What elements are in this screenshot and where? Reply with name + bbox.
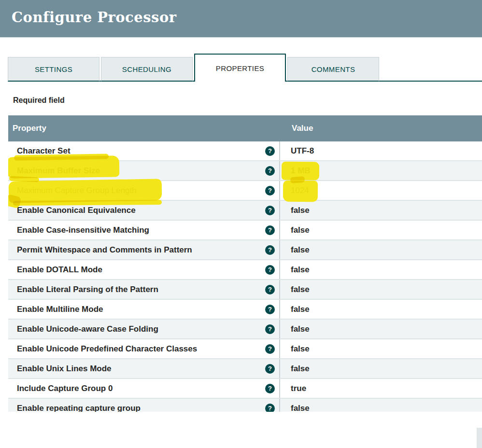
tab-label: PROPERTIES [216,64,264,72]
property-cell: Maximum Capture Group Length ? [8,181,280,200]
property-name: Enable Canonical Equivalence [17,206,265,215]
column-header-value: Value [280,124,313,133]
column-header-property: Property [8,124,280,133]
property-name: Enable Unix Lines Mode [17,364,265,374]
property-cell: Permit Whitespace and Comments in Patter… [8,240,280,259]
property-value[interactable]: 1 MB [280,161,482,180]
property-value[interactable]: false [280,339,482,358]
tab-label: COMMENTS [312,65,355,73]
property-value[interactable]: false [280,201,482,220]
tab-properties[interactable]: PROPERTIES [194,54,286,82]
help-icon[interactable]: ? [265,285,275,294]
property-cell: Character Set ? [8,141,280,160]
table-row[interactable]: Maximum Capture Group Length ? 1024 [8,181,482,201]
help-icon[interactable]: ? [265,265,275,275]
help-icon[interactable]: ? [265,206,275,215]
property-cell: Enable Unicode-aware Case Folding ? [8,320,280,338]
property-name: Include Capture Group 0 [17,384,265,393]
help-icon[interactable]: ? [265,245,275,255]
property-cell: Enable Unicode Predefined Character Clas… [8,339,280,358]
property-name: Maximum Buffer Size [17,166,265,176]
required-field-label: Required field [13,96,65,105]
table-row[interactable]: Enable Case-insensitive Matching ? false [8,221,482,240]
property-cell: Enable Multiline Mode ? [8,300,280,319]
property-name: Enable repeating capture group [17,404,265,412]
property-cell: Maximum Buffer Size ? [8,161,280,180]
help-icon[interactable]: ? [265,305,275,314]
tab-scheduling[interactable]: SCHEDULING [101,57,193,82]
help-icon[interactable]: ? [265,324,275,334]
help-icon[interactable]: ? [265,404,275,412]
property-cell: Enable Literal Parsing of the Pattern ? [8,280,280,299]
property-value[interactable]: false [280,260,482,279]
table-row[interactable]: Character Set ? UTF-8 [8,141,482,161]
tab-bar: SETTINGS SCHEDULING PROPERTIES COMMENTS [8,54,482,82]
tab-comments[interactable]: COMMENTS [287,57,379,82]
properties-table: Property Value Character Set ? UTF-8 Max… [8,115,482,412]
table-header: Property Value [8,115,482,141]
property-cell: Enable Canonical Equivalence ? [8,201,280,220]
help-icon[interactable]: ? [265,186,275,196]
property-name: Enable DOTALL Mode [17,265,265,275]
help-icon[interactable]: ? [265,166,275,176]
property-name: Enable Unicode-aware Case Folding [17,324,265,334]
property-name: Character Set [17,146,265,156]
tab-label: SCHEDULING [122,65,171,73]
property-cell: Enable repeating capture group ? [8,399,280,412]
property-value[interactable]: UTF-8 [280,141,482,160]
tab-settings[interactable]: SETTINGS [8,57,99,82]
scrollbar-thumb[interactable] [477,428,482,448]
property-value[interactable]: false [280,399,482,412]
property-value[interactable]: false [280,221,482,239]
property-value[interactable]: 1024 [280,181,482,200]
table-row[interactable]: Enable Unicode-aware Case Folding ? fals… [8,320,482,339]
help-icon[interactable]: ? [265,225,275,235]
help-icon[interactable]: ? [265,344,275,354]
table-row[interactable]: Enable Multiline Mode ? false [8,300,482,320]
property-value[interactable]: false [280,280,482,299]
tab-label: SETTINGS [35,65,72,73]
table-row[interactable]: Enable DOTALL Mode ? false [8,260,482,280]
table-row[interactable]: Enable Unicode Predefined Character Clas… [8,339,482,359]
property-value[interactable]: false [280,359,482,378]
table-body: Character Set ? UTF-8 Maximum Buffer Siz… [8,141,482,412]
property-value[interactable]: false [280,300,482,319]
table-row[interactable]: Permit Whitespace and Comments in Patter… [8,240,482,260]
property-value[interactable]: false [280,320,482,338]
dialog-title: Configure Processor [0,0,482,26]
property-name: Permit Whitespace and Comments in Patter… [17,245,265,255]
table-row[interactable]: Maximum Buffer Size ? 1 MB [8,161,482,181]
table-row[interactable]: Enable Unix Lines Mode ? false [8,359,482,379]
property-value[interactable]: true [280,379,482,398]
property-cell: Enable Unix Lines Mode ? [8,359,280,378]
help-icon[interactable]: ? [265,364,275,374]
dialog-title-bar: Configure Processor [0,0,482,38]
table-row[interactable]: Enable Literal Parsing of the Pattern ? … [8,280,482,300]
help-icon[interactable]: ? [265,384,275,393]
property-name: Enable Multiline Mode [17,305,265,314]
property-cell: Enable DOTALL Mode ? [8,260,280,279]
property-name: Enable Unicode Predefined Character Clas… [17,344,265,354]
property-name: Enable Literal Parsing of the Pattern [17,285,265,294]
property-value[interactable]: false [280,240,482,259]
property-cell: Include Capture Group 0 ? [8,379,280,398]
property-name: Enable Case-insensitive Matching [17,225,265,235]
help-icon[interactable]: ? [265,146,275,156]
table-row[interactable]: Enable Canonical Equivalence ? false [8,201,482,221]
table-row[interactable]: Enable repeating capture group ? false [8,399,482,412]
property-name: Maximum Capture Group Length [17,186,265,196]
table-row[interactable]: Include Capture Group 0 ? true [8,379,482,399]
property-cell: Enable Case-insensitive Matching ? [8,221,280,239]
